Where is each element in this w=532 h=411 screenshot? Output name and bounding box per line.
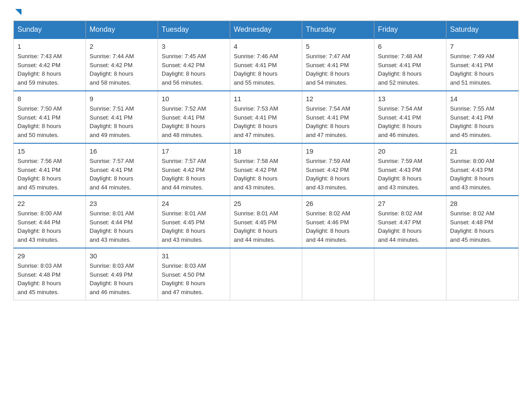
day-info: Sunrise: 7:53 AMSunset: 4:41 PMDaylight:… (234, 105, 278, 138)
day-info: Sunrise: 8:02 AMSunset: 4:46 PMDaylight:… (306, 210, 350, 243)
calendar-cell: 14Sunrise: 7:55 AMSunset: 4:41 PMDayligh… (446, 91, 519, 143)
day-header-sunday: Sunday (14, 21, 86, 39)
calendar-cell: 11Sunrise: 7:53 AMSunset: 4:41 PMDayligh… (230, 91, 302, 143)
calendar-cell: 20Sunrise: 7:59 AMSunset: 4:43 PMDayligh… (374, 143, 446, 196)
day-number: 1 (17, 43, 82, 50)
day-number: 8 (17, 95, 82, 103)
calendar-cell: 2Sunrise: 7:44 AMSunset: 4:42 PMDaylight… (86, 39, 158, 91)
calendar-cell: 18Sunrise: 7:58 AMSunset: 4:42 PMDayligh… (230, 143, 302, 196)
day-info: Sunrise: 7:54 AMSunset: 4:41 PMDaylight:… (378, 105, 422, 138)
calendar-cell: 29Sunrise: 8:03 AMSunset: 4:48 PMDayligh… (14, 248, 86, 300)
day-number: 20 (378, 147, 442, 155)
calendar-cell: 3Sunrise: 7:45 AMSunset: 4:42 PMDaylight… (158, 39, 230, 91)
day-number: 29 (17, 252, 82, 260)
day-info: Sunrise: 7:44 AMSunset: 4:42 PMDaylight:… (90, 53, 134, 86)
calendar-cell (302, 248, 374, 300)
day-info: Sunrise: 7:55 AMSunset: 4:41 PMDaylight:… (450, 105, 494, 138)
day-number: 25 (234, 200, 298, 207)
calendar-cell: 31Sunrise: 8:03 AMSunset: 4:50 PMDayligh… (158, 248, 230, 300)
day-header-monday: Monday (86, 21, 158, 39)
day-number: 18 (234, 147, 298, 155)
day-number: 10 (162, 95, 226, 103)
day-number: 26 (306, 200, 370, 207)
day-info: Sunrise: 7:59 AMSunset: 4:43 PMDaylight:… (378, 158, 422, 191)
day-header-thursday: Thursday (302, 21, 374, 39)
day-number: 9 (90, 95, 154, 103)
day-info: Sunrise: 7:57 AMSunset: 4:41 PMDaylight:… (90, 158, 134, 191)
calendar-cell: 28Sunrise: 8:02 AMSunset: 4:48 PMDayligh… (446, 196, 519, 248)
day-number: 11 (234, 95, 298, 103)
logo-triangle-icon (14, 8, 22, 16)
day-number: 27 (378, 200, 442, 207)
calendar-cell: 24Sunrise: 8:01 AMSunset: 4:45 PMDayligh… (158, 196, 230, 248)
day-info: Sunrise: 7:51 AMSunset: 4:41 PMDaylight:… (90, 105, 134, 138)
calendar-cell: 27Sunrise: 8:02 AMSunset: 4:47 PMDayligh… (374, 196, 446, 248)
logo-blue-row (13, 9, 22, 16)
calendar-cell: 22Sunrise: 8:00 AMSunset: 4:44 PMDayligh… (14, 196, 86, 248)
calendar-cell: 5Sunrise: 7:47 AMSunset: 4:41 PMDaylight… (302, 39, 374, 91)
day-number: 15 (17, 147, 82, 155)
calendar-week-row: 15Sunrise: 7:56 AMSunset: 4:41 PMDayligh… (14, 143, 519, 196)
day-info: Sunrise: 7:45 AMSunset: 4:42 PMDaylight:… (162, 53, 206, 86)
day-header-saturday: Saturday (446, 21, 519, 39)
calendar-week-row: 1Sunrise: 7:43 AMSunset: 4:42 PMDaylight… (14, 39, 519, 91)
day-info: Sunrise: 7:47 AMSunset: 4:41 PMDaylight:… (306, 53, 350, 86)
day-info: Sunrise: 8:02 AMSunset: 4:48 PMDaylight:… (450, 210, 494, 243)
calendar-week-row: 8Sunrise: 7:50 AMSunset: 4:41 PMDaylight… (14, 91, 519, 143)
calendar-cell: 17Sunrise: 7:57 AMSunset: 4:42 PMDayligh… (158, 143, 230, 196)
day-info: Sunrise: 8:00 AMSunset: 4:44 PMDaylight:… (17, 210, 62, 243)
svg-marker-0 (15, 9, 21, 15)
day-info: Sunrise: 8:01 AMSunset: 4:45 PMDaylight:… (234, 210, 278, 243)
calendar-cell: 12Sunrise: 7:54 AMSunset: 4:41 PMDayligh… (302, 91, 374, 143)
day-number: 2 (90, 43, 154, 50)
day-info: Sunrise: 7:49 AMSunset: 4:41 PMDaylight:… (450, 53, 494, 86)
calendar-cell: 19Sunrise: 7:59 AMSunset: 4:42 PMDayligh… (302, 143, 374, 196)
day-number: 7 (450, 43, 515, 50)
calendar-cell: 13Sunrise: 7:54 AMSunset: 4:41 PMDayligh… (374, 91, 446, 143)
page-header (13, 9, 519, 16)
day-number: 4 (234, 43, 298, 50)
day-number: 23 (90, 200, 154, 207)
logo (13, 9, 22, 16)
calendar-cell: 23Sunrise: 8:01 AMSunset: 4:44 PMDayligh… (86, 196, 158, 248)
day-number: 17 (162, 147, 226, 155)
day-number: 19 (306, 147, 370, 155)
calendar-cell (446, 248, 519, 300)
calendar-cell: 4Sunrise: 7:46 AMSunset: 4:41 PMDaylight… (230, 39, 302, 91)
day-info: Sunrise: 7:56 AMSunset: 4:41 PMDaylight:… (17, 158, 62, 191)
day-info: Sunrise: 7:57 AMSunset: 4:42 PMDaylight:… (162, 158, 206, 191)
day-number: 31 (162, 252, 226, 260)
day-number: 5 (306, 43, 370, 50)
calendar-cell: 9Sunrise: 7:51 AMSunset: 4:41 PMDaylight… (86, 91, 158, 143)
calendar-week-row: 29Sunrise: 8:03 AMSunset: 4:48 PMDayligh… (14, 248, 519, 300)
calendar-cell: 26Sunrise: 8:02 AMSunset: 4:46 PMDayligh… (302, 196, 374, 248)
day-header-wednesday: Wednesday (230, 21, 302, 39)
day-info: Sunrise: 7:59 AMSunset: 4:42 PMDaylight:… (306, 158, 350, 191)
day-number: 13 (378, 95, 442, 103)
calendar-cell: 10Sunrise: 7:52 AMSunset: 4:41 PMDayligh… (158, 91, 230, 143)
day-number: 30 (90, 252, 154, 260)
day-info: Sunrise: 8:03 AMSunset: 4:50 PMDaylight:… (162, 262, 206, 295)
calendar-cell: 1Sunrise: 7:43 AMSunset: 4:42 PMDaylight… (14, 39, 86, 91)
day-number: 6 (378, 43, 442, 50)
day-info: Sunrise: 7:58 AMSunset: 4:42 PMDaylight:… (234, 158, 278, 191)
day-number: 24 (162, 200, 226, 207)
day-header-tuesday: Tuesday (158, 21, 230, 39)
day-number: 14 (450, 95, 515, 103)
day-info: Sunrise: 7:46 AMSunset: 4:41 PMDaylight:… (234, 53, 278, 86)
day-info: Sunrise: 7:48 AMSunset: 4:41 PMDaylight:… (378, 53, 422, 86)
calendar-cell: 8Sunrise: 7:50 AMSunset: 4:41 PMDaylight… (14, 91, 86, 143)
day-header-friday: Friday (374, 21, 446, 39)
day-info: Sunrise: 7:52 AMSunset: 4:41 PMDaylight:… (162, 105, 206, 138)
day-info: Sunrise: 7:54 AMSunset: 4:41 PMDaylight:… (306, 105, 350, 138)
day-number: 16 (90, 147, 154, 155)
day-info: Sunrise: 8:02 AMSunset: 4:47 PMDaylight:… (378, 210, 422, 243)
calendar-cell: 21Sunrise: 8:00 AMSunset: 4:43 PMDayligh… (446, 143, 519, 196)
calendar-cell: 7Sunrise: 7:49 AMSunset: 4:41 PMDaylight… (446, 39, 519, 91)
day-number: 3 (162, 43, 226, 50)
day-info: Sunrise: 8:00 AMSunset: 4:43 PMDaylight:… (450, 158, 494, 191)
calendar-cell: 15Sunrise: 7:56 AMSunset: 4:41 PMDayligh… (14, 143, 86, 196)
calendar-table: SundayMondayTuesdayWednesdayThursdayFrid… (13, 21, 519, 300)
calendar-week-row: 22Sunrise: 8:00 AMSunset: 4:44 PMDayligh… (14, 196, 519, 248)
calendar-cell: 25Sunrise: 8:01 AMSunset: 4:45 PMDayligh… (230, 196, 302, 248)
